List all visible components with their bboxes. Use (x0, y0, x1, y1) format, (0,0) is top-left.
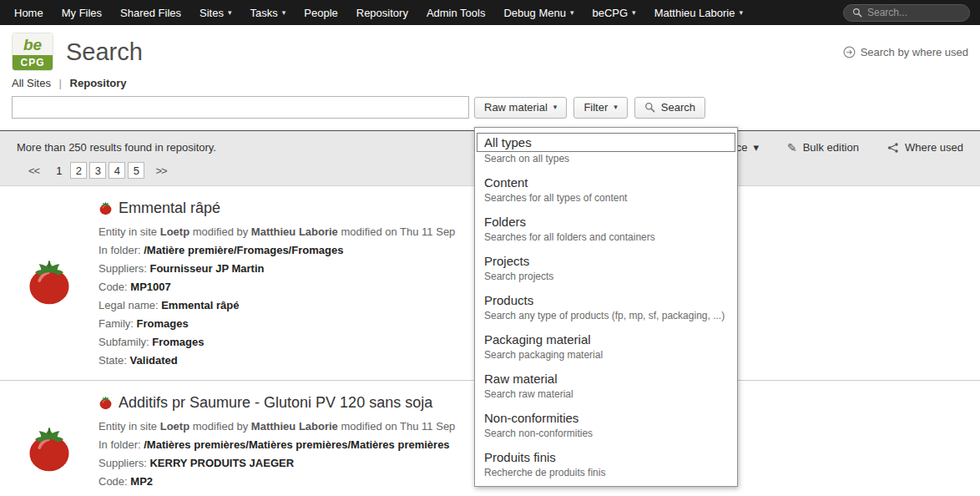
nav-item-debug-menu[interactable]: Debug Menu▾ (494, 0, 583, 25)
result-title-link[interactable]: Additifs pr Saumure - Glutoni PV 120 san… (99, 394, 455, 412)
pagination-current-page: 1 (50, 164, 68, 177)
nav-item-my-files[interactable]: My Files (53, 0, 111, 25)
result-meta: Entity in site Loetp modified by Matthie… (99, 418, 455, 436)
search-bar: Raw material ▾ Filter ▾ Search (0, 89, 980, 130)
field-suppliers: Suppliers: KERRY PRODUITS JAEGER (99, 454, 455, 473)
nav-item-becpg[interactable]: beCPG▾ (583, 0, 644, 25)
nav-item-tasks[interactable]: Tasks▾ (241, 0, 296, 25)
nav-item-user-menu[interactable]: Matthieu Laborie▾ (645, 0, 752, 25)
nav-item-shared-files[interactable]: Shared Files (111, 0, 190, 25)
field-in-folder: In folder: /Matières premières/Matières … (99, 436, 455, 454)
chevron-down-icon: ▾ (282, 9, 286, 17)
nav-item-home[interactable]: Home (5, 0, 53, 25)
result-meta: Entity in site Loetp modified by Matthie… (99, 223, 455, 241)
field-code: Code: MP1007 (99, 278, 455, 296)
breadcrumb-separator: | (59, 77, 62, 89)
where-used-icon (887, 142, 899, 154)
nav-item-people[interactable]: People (295, 0, 346, 25)
pagination-page-5[interactable]: 5 (128, 162, 144, 179)
menu-item-raw-material[interactable]: Raw material Search raw material (475, 367, 737, 406)
search-type-dropdown-button[interactable]: Raw material ▾ (474, 97, 567, 119)
nav-item-repository[interactable]: Repository (347, 0, 417, 25)
field-state: State: Validated (99, 352, 455, 370)
search-icon (644, 102, 655, 113)
folder-path-link[interactable]: /Matière première/Fromages/Fromages (144, 244, 343, 256)
menu-item-non-conformities[interactable]: Non-conformities Search non-conformities (475, 406, 737, 445)
menu-item-content[interactable]: Content Searches for all types of conten… (475, 170, 737, 210)
result-thumbnail[interactable] (0, 389, 99, 496)
menu-item-produits-finis[interactable]: Produits finis Recherche de produits fin… (475, 445, 737, 484)
pagination-page-4[interactable]: 4 (109, 162, 125, 179)
field-legal-name: Legal name: Emmental râpé (99, 296, 455, 315)
breadcrumb-all-sites[interactable]: All Sites (12, 77, 51, 89)
menu-item-all-types[interactable]: All types Search on all types (475, 129, 737, 170)
pagination-page-3[interactable]: 3 (89, 162, 106, 179)
page-header: be CPG Search Search by where used (0, 25, 980, 77)
chevron-down-icon: ▾ (753, 141, 759, 154)
state-value: Validated (130, 354, 178, 367)
user-link[interactable]: Matthieu Laborie (251, 420, 338, 433)
filter-dropdown-button[interactable]: Filter ▾ (573, 97, 627, 119)
search-icon (852, 8, 862, 18)
pagination-next[interactable]: >> (155, 164, 166, 177)
result-thumbnail[interactable] (0, 195, 99, 370)
nav-item-admin-tools[interactable]: Admin Tools (417, 0, 495, 25)
pencil-icon: ✎ (787, 142, 797, 154)
folder-path-link[interactable]: /Matières premières/Matières premières/M… (144, 438, 449, 451)
result-title-link[interactable]: Emmental râpé (99, 200, 455, 217)
chevron-down-icon: ▾ (553, 104, 558, 111)
page-title: Search (66, 38, 143, 66)
site-link[interactable]: Loetp (160, 420, 189, 433)
global-search-input[interactable] (867, 7, 957, 18)
results-summary: More than 250 results found in repositor… (17, 141, 216, 154)
field-in-folder: In folder: /Matière première/Fromages/Fr… (99, 241, 455, 260)
results-toolbar: nce ▾ ✎ Bulk edition Where used (730, 141, 963, 154)
pagination-prev[interactable]: << (28, 164, 39, 177)
menu-item-products[interactable]: Products Search any type of products (fp… (475, 288, 737, 327)
chevron-down-icon: ▾ (632, 9, 636, 17)
nav-item-sites[interactable]: Sites▾ (190, 0, 240, 25)
field-code: Code: MP2 (99, 473, 455, 491)
becpg-logo-cpg: CPG (13, 55, 53, 70)
search-button[interactable]: Search (634, 97, 705, 119)
site-link[interactable]: Loetp (160, 225, 189, 238)
search-query-input[interactable] (12, 96, 469, 119)
field-suppliers: Suppliers: Fournisseur JP Martin (99, 260, 455, 278)
becpg-logo-be: be (13, 33, 53, 55)
where-used-button[interactable]: Where used (887, 141, 963, 154)
top-nav: Home My Files Shared Files Sites▾ Tasks▾… (0, 0, 980, 25)
search-type-menu: All types Search on all types Content Se… (474, 127, 738, 487)
search-by-where-used-link[interactable]: Search by where used (843, 46, 968, 58)
chevron-down-icon: ▾ (570, 9, 574, 17)
menu-item-projects[interactable]: Projects Search projects (475, 249, 737, 288)
chevron-down-icon: ▾ (739, 9, 743, 17)
arrow-circle-icon (843, 46, 856, 58)
menu-item-folders[interactable]: Folders Searches for all folders and con… (475, 210, 737, 249)
chevron-down-icon: ▾ (614, 104, 618, 111)
field-subfamily: Subfamily: Fromages (99, 333, 455, 352)
field-state: State: Denied (99, 491, 455, 496)
tomato-icon (99, 396, 113, 410)
tomato-icon (99, 201, 113, 215)
breadcrumb-repository: Repository (70, 77, 127, 89)
user-link[interactable]: Matthieu Laborie (251, 225, 338, 238)
menu-item-packaging-material[interactable]: Packaging material Search packaging mate… (475, 327, 737, 367)
field-family: Family: Fromages (99, 315, 455, 333)
tomato-icon (25, 258, 73, 306)
breadcrumb: All Sites | Repository (0, 77, 980, 89)
global-search-box (843, 4, 970, 22)
becpg-logo: be CPG (12, 33, 53, 71)
bulk-edition-button[interactable]: ✎ Bulk edition (787, 141, 859, 154)
tomato-icon (25, 425, 73, 473)
pagination-page-2[interactable]: 2 (70, 162, 87, 179)
chevron-down-icon: ▾ (228, 9, 232, 17)
